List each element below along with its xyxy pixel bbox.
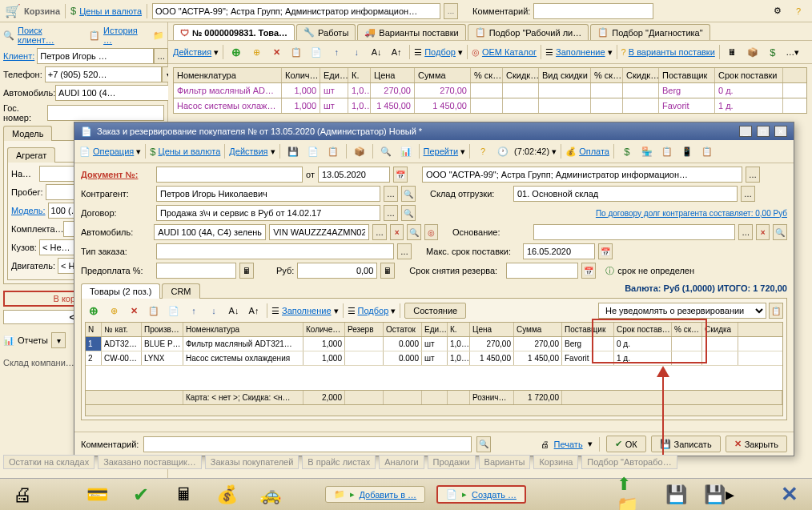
tool-icon11[interactable]: 📋: [698, 143, 716, 160]
contr-field[interactable]: [156, 186, 380, 202]
copy-icon[interactable]: 📋: [287, 43, 305, 61]
search-client-link[interactable]: Поиск клиент…: [18, 26, 78, 45]
company-field2[interactable]: [422, 167, 742, 183]
paste-icon2[interactable]: 📄: [165, 302, 183, 319]
doc-number-field[interactable]: [156, 167, 303, 183]
tool-icon9[interactable]: 📋: [658, 143, 676, 160]
col-disc5[interactable]: % ск…: [672, 323, 702, 336]
prices-link2[interactable]: Цены и валюта: [159, 147, 221, 156]
model-label[interactable]: Модель:: [11, 206, 46, 215]
maximize-button[interactable]: □: [757, 126, 770, 137]
box-icon[interactable]: 📦: [744, 43, 762, 61]
col-price2[interactable]: Цена: [470, 323, 514, 336]
dog-field[interactable]: [156, 205, 380, 221]
tool-icon7[interactable]: ?: [474, 143, 492, 160]
col-disc3[interactable]: % ск…: [591, 68, 623, 82]
col-sum[interactable]: Сумма: [415, 68, 471, 82]
tool-icon6[interactable]: 📊: [397, 143, 415, 160]
status-tab[interactable]: Заказы покупателей: [205, 455, 299, 469]
tool-icon4[interactable]: 📦: [351, 143, 368, 160]
col-sum2[interactable]: Сумма: [514, 323, 562, 336]
save-disk-go-icon[interactable]: 💾▸: [703, 483, 735, 507]
dog-q[interactable]: 🔍: [401, 205, 416, 221]
debt-link[interactable]: По договору долг контрагента составляет:…: [596, 209, 787, 218]
more-icon[interactable]: …▾: [784, 43, 802, 61]
contr-more[interactable]: …: [384, 186, 398, 202]
prices-link[interactable]: Цены и валюта: [79, 6, 142, 16]
podbor-dd[interactable]: ▾: [458, 47, 463, 58]
coins-big-icon[interactable]: 💰: [211, 483, 243, 507]
dollar-icon4[interactable]: $: [618, 143, 636, 160]
modal-titlebar[interactable]: 📄 Заказ и резервирование покупателя № от…: [74, 122, 794, 140]
sklad-more[interactable]: …: [741, 186, 755, 202]
osn-field[interactable]: [533, 224, 735, 240]
az-icon2[interactable]: A↓: [225, 302, 243, 319]
paste-icon[interactable]: 📄: [308, 43, 325, 61]
col-qty[interactable]: Колич…: [282, 68, 320, 82]
sort-za-icon[interactable]: A↑: [388, 43, 405, 61]
contr-q[interactable]: 🔍: [401, 186, 416, 202]
delete-row-icon[interactable]: ✕: [267, 43, 285, 61]
col-pr[interactable]: Произв…: [142, 323, 183, 336]
rub-calc[interactable]: 🖩: [380, 263, 395, 279]
tab-agregat[interactable]: Агрегат: [7, 147, 55, 163]
company-more2[interactable]: …: [746, 167, 760, 183]
op-dd[interactable]: ▾: [136, 147, 141, 157]
oplata-link[interactable]: Оплата: [579, 147, 609, 156]
col-unit2[interactable]: Еди…: [422, 323, 448, 336]
add-to-button[interactable]: 📁▸Добавить в …: [325, 486, 426, 503]
col-disc1[interactable]: % ск…: [471, 68, 503, 82]
tab-podbor-diag[interactable]: 📋Подбор "Диагностика": [590, 24, 709, 40]
doc-label[interactable]: Документ №:: [81, 170, 153, 179]
help-icon[interactable]: ?: [790, 2, 807, 20]
operation-menu[interactable]: Операция: [93, 147, 134, 156]
close-big-icon[interactable]: ✕: [774, 483, 806, 507]
dollar-icon2[interactable]: $: [764, 43, 782, 61]
print-big-icon[interactable]: 🖨: [6, 483, 38, 507]
tab-order[interactable]: 🛡№ 0000009831. Това…: [173, 24, 295, 40]
rub-field[interactable]: [297, 263, 377, 279]
tab-goods[interactable]: Товары (2 поз.): [81, 283, 160, 299]
col-srok[interactable]: Срок поставки: [715, 68, 783, 82]
auto-field[interactable]: [55, 85, 172, 101]
company-dropdown[interactable]: …: [444, 3, 458, 19]
status-tab[interactable]: Заказано поставщик…: [98, 455, 202, 469]
date-cal[interactable]: 📅: [393, 167, 408, 183]
podbor-dd2[interactable]: ▾: [391, 306, 396, 316]
gos-field[interactable]: [47, 105, 164, 121]
reserve-field[interactable]: [506, 263, 578, 279]
col-srok2[interactable]: Срок постав…: [614, 323, 672, 336]
status-tab[interactable]: Корзина: [533, 455, 578, 469]
tab-podbor-work[interactable]: 📋Подбор "Рабочий ли…: [468, 24, 589, 40]
calc-icon[interactable]: 🖩: [724, 43, 742, 61]
dog-more[interactable]: …: [384, 205, 398, 221]
status-tab[interactable]: Аналоги: [379, 455, 424, 469]
status-tab[interactable]: Подбор "Авторабо…: [581, 455, 677, 469]
podbor-menu2[interactable]: Подбор: [358, 306, 389, 315]
prepay-calc[interactable]: 🖩: [239, 263, 254, 279]
up-icon[interactable]: ↑: [328, 43, 345, 61]
actions-menu[interactable]: Действия: [173, 47, 211, 57]
auto-clear2[interactable]: ×: [390, 224, 404, 240]
col-k[interactable]: К.: [348, 68, 371, 82]
table-row[interactable]: Фильтр масляный AD… 1,000 шт 1,0… 270,00…: [173, 83, 807, 98]
company-field[interactable]: [152, 3, 440, 19]
variants-link[interactable]: В варианты поставки: [629, 47, 715, 57]
tool-icon8[interactable]: 🏪: [638, 143, 656, 160]
save-button[interactable]: 💾Записать: [651, 436, 721, 452]
tool-icon2[interactable]: 📄: [304, 143, 322, 160]
tool-icon5[interactable]: 🔍: [377, 143, 395, 160]
settings-icon[interactable]: ⚙: [769, 2, 786, 20]
auto-more2[interactable]: …: [372, 224, 387, 240]
col-n[interactable]: N: [86, 323, 102, 336]
col-nom2[interactable]: Номенклатура: [183, 323, 303, 336]
client-label[interactable]: Клиент:: [3, 51, 34, 61]
create-button[interactable]: 📄▸Создать …: [436, 485, 526, 504]
card-icon[interactable]: 💳: [82, 483, 114, 507]
auto-field2[interactable]: [154, 224, 266, 240]
date-field[interactable]: [318, 167, 390, 183]
col-disc2[interactable]: Скидк…: [503, 68, 539, 82]
sklad-field[interactable]: [513, 186, 738, 202]
tab-model[interactable]: Модель: [3, 126, 52, 141]
tool-icon10[interactable]: 📱: [678, 143, 696, 160]
